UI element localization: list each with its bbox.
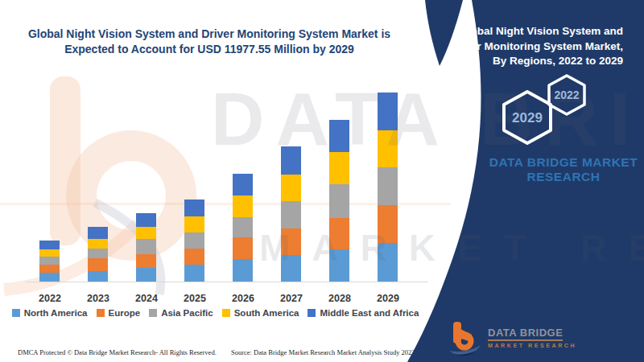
hexagon-2022-icon: 2022	[549, 76, 584, 114]
hexagon-2029-icon: 2029	[504, 92, 551, 143]
hexagon-2029-label: 2029	[512, 110, 543, 125]
infographic-page: DATA BRIDGE MARKET RESEARCH Global Night…	[0, 0, 644, 362]
logo-name: DATA BRIDGE	[488, 327, 563, 341]
hexagon-2022-label: 2022	[554, 88, 579, 101]
panel-title: Global Night Vision System and Driver Mo…	[436, 24, 623, 69]
data-bridge-logo: DATA BRIDGE MARKET RESEARCH	[448, 320, 576, 357]
logo-text: DATA BRIDGE MARKET RESEARCH	[488, 320, 576, 348]
logo-tagline: MARKET RESEARCH	[488, 343, 576, 348]
brand-wordmark: DATA BRIDGE MARKET RESEARCH	[483, 155, 644, 184]
logo-b-icon	[448, 320, 483, 357]
hexagon-badges: 2029 2022	[499, 74, 594, 148]
